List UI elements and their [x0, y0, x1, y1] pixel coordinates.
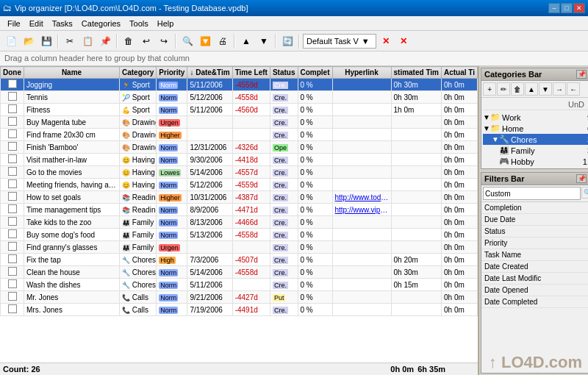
task-done-cell[interactable]	[1, 266, 24, 279]
col-header-category[interactable]: Category	[120, 67, 157, 79]
cut-button[interactable]: ✂	[62, 33, 78, 49]
cat-up-button[interactable]: ▲	[525, 82, 538, 96]
paste-button[interactable]: 📌	[97, 33, 113, 49]
filter-row[interactable]: Task Name ▼	[481, 249, 588, 261]
task-name-cell[interactable]: Jogging	[24, 79, 120, 91]
task-name-cell[interactable]: Find frame 20x30 cm	[24, 129, 120, 141]
menu-file[interactable]: File	[3, 18, 25, 29]
category-row[interactable]: ▼ 📁 Home 6 6	[483, 123, 588, 134]
task-name-cell[interactable]: Find granny's glasses	[24, 241, 120, 254]
task-hyperlink-cell[interactable]	[332, 229, 391, 241]
category-row[interactable]: 🎮 Hobby 11 11	[483, 156, 588, 167]
cat-indent-button[interactable]: →	[553, 82, 566, 96]
task-checkbox[interactable]	[8, 267, 17, 276]
task-hyperlink-cell[interactable]	[332, 104, 391, 116]
task-hyperlink-cell[interactable]: http://www.vip-qualityvs	[332, 204, 391, 216]
new-button[interactable]: 📄	[3, 33, 19, 49]
col-header-priority[interactable]: Priority	[157, 67, 187, 79]
table-row[interactable]: Visit mather-in-law 😊 Having F Norm 9/30…	[1, 154, 478, 166]
task-done-cell[interactable]	[1, 91, 24, 104]
col-header-done[interactable]: Done	[1, 67, 24, 79]
menu-tools[interactable]: Tools	[125, 18, 153, 29]
task-hyperlink-cell[interactable]: http://www.todolistsoft	[332, 191, 391, 204]
table-row[interactable]: How to set goals 📚 Reading Higher 10/31/…	[1, 191, 478, 204]
menu-help[interactable]: Help	[153, 18, 179, 29]
task-name-cell[interactable]: Clean the house	[24, 266, 120, 279]
task-name-cell[interactable]: Go to the movies	[24, 166, 120, 179]
task-done-cell[interactable]	[1, 104, 24, 116]
filter-row[interactable]: Priority ▼	[481, 238, 588, 249]
col-header-date[interactable]: ↓ Date&Tim	[187, 67, 232, 79]
task-name-cell[interactable]: How to set goals	[24, 191, 120, 204]
filter-button[interactable]: 🔽	[197, 33, 213, 49]
table-row[interactable]: Mr. Jones 📞 Calls Norm 9/21/2006 -4427d …	[1, 291, 478, 304]
task-checkbox[interactable]	[8, 179, 17, 188]
table-row[interactable]: Fitness 💪 Sport Norm 5/11/2006 -4560d Cr…	[1, 104, 478, 116]
task-done-cell[interactable]	[1, 129, 24, 141]
table-row[interactable]: Buy some dog's food 👨‍👩‍👧 Family Norm 5/…	[1, 229, 478, 241]
task-name-cell[interactable]: Time management tips	[24, 204, 120, 216]
cat-expand-icon[interactable]: ▼	[483, 124, 490, 132]
close-button[interactable]: ✕	[573, 3, 585, 13]
task-hyperlink-cell[interactable]	[332, 254, 391, 266]
task-done-cell[interactable]	[1, 279, 24, 291]
table-row[interactable]: Mrs. Jones 📞 Calls Norm 7/19/2006 -4491d…	[1, 304, 478, 316]
copy-button[interactable]: 📋	[79, 33, 96, 49]
task-hyperlink-cell[interactable]	[332, 266, 391, 279]
task-done-cell[interactable]	[1, 204, 24, 216]
table-row[interactable]: Finish 'Bamboo' 🎨 Drawing Norm 12/31/200…	[1, 141, 478, 154]
task-name-cell[interactable]: Buy some dog's food	[24, 229, 120, 241]
task-done-cell[interactable]	[1, 79, 24, 91]
task-name-cell[interactable]: Wash the dishes	[24, 279, 120, 291]
task-checkbox[interactable]	[8, 242, 17, 251]
delete-button[interactable]: 🗑	[121, 33, 137, 49]
down-button[interactable]: ▼	[256, 33, 272, 49]
task-name-cell[interactable]: Fitness	[24, 104, 120, 116]
menu-edit[interactable]: Edit	[25, 18, 48, 29]
table-row[interactable]: Time management tips 📚 Reading Norm 8/9/…	[1, 204, 478, 216]
up-button[interactable]: ▲	[238, 33, 254, 49]
category-row[interactable]: ▼ 🔧 Chores 3 3	[483, 134, 588, 145]
filter-search-button[interactable]: 🔍	[581, 187, 588, 199]
task-checkbox[interactable]	[8, 104, 17, 113]
task-hyperlink-cell[interactable]	[332, 166, 391, 179]
col-header-acttime[interactable]: Actual Ti	[442, 67, 478, 79]
task-hyperlink-cell[interactable]	[332, 279, 391, 291]
task-name-cell[interactable]: Finish 'Bamboo'	[24, 141, 120, 154]
filter-row[interactable]: Date Opened ▼	[481, 285, 588, 296]
task-name-cell[interactable]: Meeting friends, having a bud	[24, 179, 120, 191]
find-button[interactable]: 🔍	[179, 33, 196, 49]
task-hyperlink-cell[interactable]	[332, 79, 391, 91]
task-checkbox[interactable]	[8, 154, 17, 163]
task-checkbox[interactable]	[8, 129, 17, 138]
print-button[interactable]: 🖨	[215, 33, 231, 49]
task-name-cell[interactable]: Mrs. Jones	[24, 304, 120, 316]
table-row[interactable]: Buy Magenta tube 🎨 Drawing Urgen Cre. 0 …	[1, 116, 478, 129]
col-header-name[interactable]: Name	[24, 67, 120, 79]
cat-new-button[interactable]: +	[483, 82, 496, 96]
task-checkbox[interactable]	[8, 167, 17, 176]
filter-row[interactable]: Due Date ▼	[481, 214, 588, 226]
categories-pin-button[interactable]: 📌	[576, 70, 587, 79]
refresh-button[interactable]: 🔄	[279, 33, 295, 49]
col-header-timeleft[interactable]: Time Left	[232, 67, 270, 79]
task-checkbox[interactable]	[8, 217, 17, 226]
task-done-cell[interactable]	[1, 179, 24, 191]
task-hyperlink-cell[interactable]	[332, 141, 391, 154]
filter-row[interactable]: Date Created ▼	[481, 261, 588, 273]
task-done-cell[interactable]	[1, 166, 24, 179]
table-row[interactable]: Find frame 20x30 cm 🎨 Drawing Higher Cre…	[1, 129, 478, 141]
task-checkbox[interactable]	[8, 92, 17, 101]
table-row[interactable]: Find granny's glasses 👨‍👩‍👧 Family Urgen…	[1, 241, 478, 254]
cat-expand-icon[interactable]: ▼	[492, 135, 499, 143]
x2-button[interactable]: ✕	[395, 33, 412, 49]
cat-edit-button[interactable]: ✏	[497, 82, 510, 96]
filter-row[interactable]: Completion ▼	[481, 202, 588, 214]
task-done-cell[interactable]	[1, 216, 24, 229]
filter-row[interactable]: Status ▼	[481, 226, 588, 238]
task-hyperlink-cell[interactable]	[332, 241, 391, 254]
task-done-cell[interactable]	[1, 229, 24, 241]
col-header-esttime[interactable]: stimated Tim	[391, 67, 442, 79]
task-hyperlink-cell[interactable]	[332, 291, 391, 304]
task-done-cell[interactable]	[1, 241, 24, 254]
